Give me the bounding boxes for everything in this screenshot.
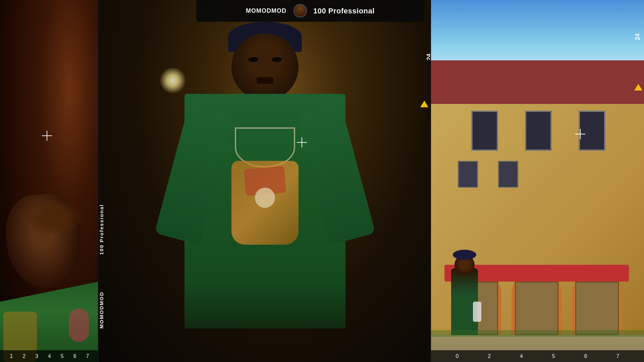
triangle-right (634, 84, 642, 90)
number-24-right: 24 (634, 34, 641, 40)
triangle-center (420, 101, 428, 107)
glow-light (159, 67, 186, 94)
num-6: 6 (73, 353, 76, 359)
bottom-numbers-left: 1 2 3 4 5 6 7 (0, 350, 99, 362)
crosshair-left (42, 131, 52, 141)
header-brand: MOMODMOD (246, 7, 286, 14)
divider-left (98, 0, 99, 362)
num-1: 1 (10, 353, 13, 359)
divider-right (430, 0, 431, 362)
vertical-label-momodmod: MOMODMOD (99, 292, 104, 328)
rnum-5: 5 (552, 353, 555, 359)
rnum-2: 2 (488, 353, 491, 359)
rnum-4: 4 (520, 353, 523, 359)
header-title: 100 Professional (313, 7, 375, 15)
bottom-numbers-right: 0 2 4 5 6 7 (431, 350, 644, 362)
right-photo-bg (431, 0, 644, 362)
num-4: 4 (48, 353, 51, 359)
main-container: 1 2 3 4 5 6 7 (0, 0, 644, 362)
avatar (293, 4, 307, 17)
rnum-6: 6 (584, 353, 587, 359)
panel-right: 24 0 2 4 5 6 7 (431, 0, 644, 362)
num-7: 7 (86, 353, 89, 359)
num-2: 2 (22, 353, 25, 359)
left-photo-bg (0, 0, 99, 362)
center-photo-bg (99, 0, 431, 362)
vertical-label-100professional: 100 Professional (99, 204, 104, 255)
crosshair-right (575, 129, 585, 139)
num-3: 3 (35, 353, 38, 359)
top-header: MOMODMOD 100 Professional (196, 0, 424, 22)
crosshair-center (297, 137, 307, 147)
rnum-0: 0 (455, 353, 459, 359)
panel-left: 1 2 3 4 5 6 7 (0, 0, 99, 362)
panel-center: MOMODMOD 100 Professional 24 (99, 0, 431, 362)
num-5: 5 (61, 353, 64, 359)
rnum-7: 7 (616, 353, 620, 359)
